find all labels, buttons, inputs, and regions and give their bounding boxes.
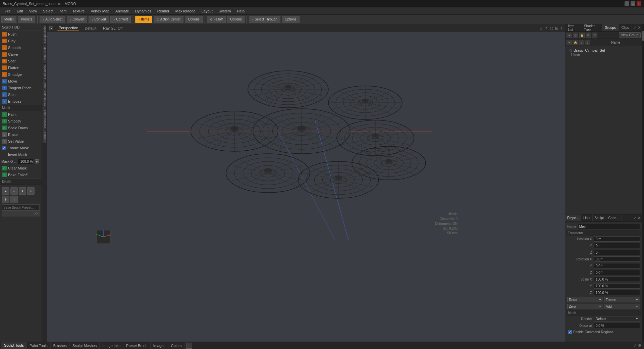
menu-texture[interactable]: Texture xyxy=(70,8,87,14)
tool-clay[interactable]: C Clay xyxy=(0,38,42,44)
rp-config-btn[interactable]: ⚙ xyxy=(586,33,591,38)
viewport-tab-raygl[interactable]: Ray GL: Off xyxy=(102,26,124,31)
scale-y-value[interactable]: 100.0 % xyxy=(594,283,640,289)
add-button[interactable]: Add ▼ xyxy=(604,304,640,309)
rp-expand-icon[interactable]: ⤢ xyxy=(633,26,636,30)
tool-flatten[interactable]: F Flatten xyxy=(0,64,42,71)
tool-smooth-2[interactable]: S Smooth xyxy=(0,118,42,124)
tool-erase[interactable]: E Erase xyxy=(0,131,42,138)
brush-circle-outline[interactable]: ○ xyxy=(10,187,18,195)
scrollbar-thumb[interactable] xyxy=(642,31,644,41)
tool-scar[interactable]: R Scar xyxy=(0,58,42,64)
rp-tree-cfg2[interactable]: ⬦ xyxy=(585,40,590,45)
props-tab-sculpt[interactable]: Sculpt xyxy=(593,214,606,221)
pos-y-value[interactable]: 0 m xyxy=(594,243,640,248)
menu-system[interactable]: System xyxy=(216,8,234,14)
tool-set-value[interactable]: V Set Value xyxy=(0,138,42,145)
items-button[interactable]: ⬦ Items xyxy=(135,16,152,23)
menu-maxtomodo[interactable]: MaxToModo xyxy=(173,8,198,14)
tool-scale-down[interactable]: D Scale Down xyxy=(0,124,42,131)
bottom-tab-sculpt-meshes[interactable]: Sculpt Meshes xyxy=(70,342,100,349)
bottom-panel-gear-icon[interactable]: ⚙ xyxy=(638,343,641,348)
rp-tab-shader-tree[interactable]: Shader Tree xyxy=(581,24,602,31)
tool-move[interactable]: M Move xyxy=(0,78,42,85)
side-tab-sculpt-tools[interactable]: Sculpt Tools xyxy=(43,25,46,44)
cmd-regions-checkbox[interactable]: ✓ xyxy=(568,330,572,334)
rot-z-value[interactable]: 0.0 ° xyxy=(594,270,640,275)
tool-carve[interactable]: V Carve xyxy=(0,51,42,58)
expand-button[interactable]: >> xyxy=(2,210,40,216)
menu-help[interactable]: Help xyxy=(234,8,247,14)
tool-spin[interactable]: N Spin xyxy=(0,91,42,98)
viewport-tab-perspective[interactable]: Perspective xyxy=(57,25,79,31)
convert-button-3[interactable]: ⬦ Convert xyxy=(110,16,131,23)
brush-text[interactable]: T xyxy=(10,196,18,203)
select-through-button[interactable]: ⬦ Select Through xyxy=(249,16,280,23)
bottom-tab-sculpt-tools[interactable]: Sculpt Tools xyxy=(1,342,27,349)
pos-z-value[interactable]: 0 m xyxy=(594,250,640,255)
tool-bake-falloff[interactable]: B Bake Falloff xyxy=(0,171,42,178)
rp-close-icon[interactable]: ✕ xyxy=(638,26,641,30)
menu-file[interactable]: File xyxy=(2,8,13,14)
close-button[interactable]: ✕ xyxy=(637,1,641,6)
rp-eye-btn[interactable]: ● xyxy=(567,33,572,38)
viewport-icon-refresh[interactable]: ↺ xyxy=(544,26,548,31)
brush-circle-filled[interactable]: ● xyxy=(2,187,9,195)
convert-button-1[interactable]: ⬦ Convert xyxy=(67,16,87,23)
menu-item[interactable]: Item xyxy=(57,8,69,14)
rp-filter-btn[interactable]: ▽ xyxy=(592,33,597,38)
maximize-button[interactable]: □ xyxy=(631,1,635,6)
props-expand-icon[interactable]: ⤢ xyxy=(633,216,636,220)
side-tab-paint-tools[interactable]: Paint Tools xyxy=(43,45,46,63)
viewport-canvas[interactable]: X Y Z Mesh Channels: 0 Deformers: ON GL:… xyxy=(47,32,565,342)
side-tab-hair-tools[interactable]: Hair Tools xyxy=(43,64,46,81)
mask-opacity-toggle[interactable]: ▶ xyxy=(35,159,39,163)
props-close-icon[interactable]: ✕ xyxy=(638,216,641,220)
tool-clear-mask[interactable]: C Clear Mask xyxy=(0,165,42,171)
falloff-button[interactable]: ⊙ Falloff xyxy=(207,16,226,23)
render-dropdown[interactable]: Default ▼ xyxy=(594,316,640,321)
mask-opacity-input[interactable] xyxy=(18,159,34,164)
menu-animate[interactable]: Animate xyxy=(113,8,131,14)
scale-z-value[interactable]: 100.0 % xyxy=(594,290,640,295)
rot-y-value[interactable]: 0.0 ° xyxy=(594,263,640,268)
reset-button[interactable]: Reset ▼ xyxy=(567,297,603,302)
add-tab-button[interactable]: + xyxy=(186,343,192,349)
menu-select[interactable]: Select xyxy=(40,8,56,14)
props-tab-channels[interactable]: Chan... xyxy=(606,214,621,221)
scale-x-value[interactable]: 100.0 % xyxy=(594,277,640,282)
bottom-tab-images[interactable]: Images xyxy=(151,342,168,349)
options-button-2[interactable]: Options xyxy=(227,16,245,23)
rp-tree-lock[interactable]: 🔒 xyxy=(573,40,578,45)
props-tab-lists[interactable]: Lists xyxy=(581,214,593,221)
menu-vertex-map[interactable]: Vertex Map xyxy=(88,8,112,14)
freeze-button[interactable]: Freeze ▼ xyxy=(604,297,640,302)
tool-paint[interactable]: P Paint xyxy=(0,111,42,118)
tool-emboss[interactable]: E Emboss xyxy=(0,98,42,105)
side-tab-vertex-map-tools[interactable]: Vertex Map Tools xyxy=(43,81,46,108)
viewport-icon-camera[interactable]: ◎ xyxy=(550,26,553,31)
group-item-brass[interactable]: ⬡ Brass_Cymbal_Set xyxy=(567,48,641,53)
name-value[interactable]: Mesh xyxy=(578,224,640,229)
zero-button[interactable]: Zero ▼ xyxy=(567,304,603,309)
bottom-tab-brushes[interactable]: Brushes xyxy=(51,342,70,349)
new-group-button[interactable]: New Group xyxy=(619,32,641,38)
brush-star-outline[interactable]: ✧ xyxy=(27,187,35,195)
options-button-3[interactable]: Options xyxy=(282,16,299,23)
rp-tab-item-list[interactable]: Item List xyxy=(565,24,581,31)
tool-smooth-1[interactable]: S Smooth xyxy=(0,44,42,51)
brush-star-filled[interactable]: ✦ xyxy=(19,187,26,195)
model-mode-button[interactable]: Model xyxy=(1,16,16,23)
viewport-icon-chevron[interactable]: ⟩ xyxy=(560,26,562,31)
bottom-tab-paint-tools[interactable]: Paint Tools xyxy=(27,342,51,349)
auto-select-button[interactable]: ⬦ Auto Select xyxy=(40,16,65,23)
bottom-panel-expand-icon[interactable]: ⤢ xyxy=(634,343,637,348)
viewport-icon-fit[interactable]: ⊞ xyxy=(555,26,558,31)
rp-lock-btn[interactable]: 🔒 xyxy=(579,33,585,38)
brush-asterisk[interactable]: ✻ xyxy=(2,196,9,203)
tool-smudge[interactable]: U Smudge xyxy=(0,71,42,78)
tool-enable-mask[interactable]: ✓ Enable Mask xyxy=(0,145,42,151)
action-center-button[interactable]: ⊙ Action Center xyxy=(154,16,184,23)
bottom-tab-colors[interactable]: Colors xyxy=(168,342,185,349)
side-tab-utilities[interactable]: Utilities xyxy=(43,130,46,143)
